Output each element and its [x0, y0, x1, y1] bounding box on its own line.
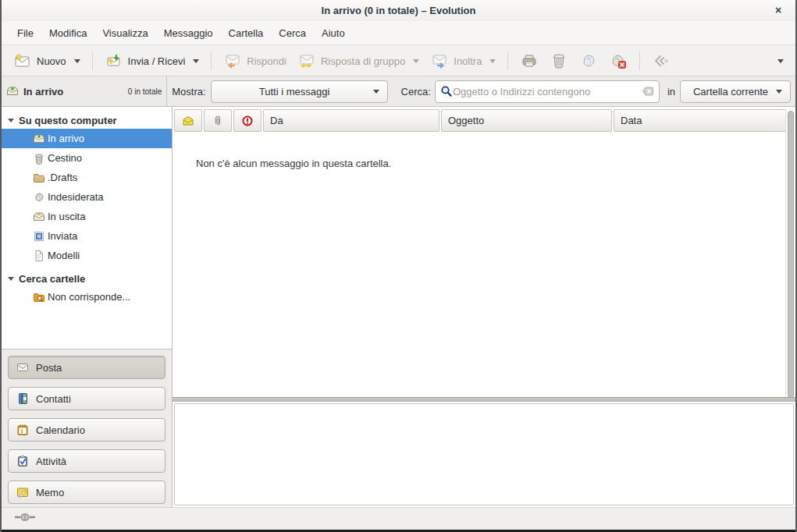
menu-aiuto[interactable]: Aiuto [314, 23, 353, 43]
expander-icon[interactable] [8, 119, 14, 122]
previous-message-button[interactable] [646, 48, 676, 73]
switcher-mail-button[interactable]: Posta [8, 356, 165, 379]
titlebar: In arrivo (0 in totale) – Evolution × [2, 0, 795, 21]
send-receive-button[interactable]: Invia / Ricevi [99, 48, 205, 73]
sidebar-item-indesiderata[interactable]: Indesiderata [2, 187, 172, 207]
delete-button[interactable] [544, 48, 574, 73]
show-filter-dropdown[interactable]: Tutti i messaggi [211, 80, 388, 103]
window-title: In arrivo (0 in totale) – Evolution [322, 5, 476, 16]
read-status-icon [182, 115, 194, 127]
tree-section-local[interactable]: Su questo computer [2, 112, 172, 129]
previous-message-icon [652, 51, 671, 70]
not-junk-button[interactable] [603, 48, 633, 73]
chevron-down-icon [776, 90, 782, 94]
junk-icon [579, 51, 598, 70]
forward-icon [430, 51, 449, 70]
switcher-memo-button[interactable]: Memo [8, 481, 165, 504]
column-from[interactable]: Da [263, 109, 439, 132]
column-subject[interactable]: Oggetto [441, 109, 612, 132]
folder-label: In arrivo [48, 133, 84, 144]
send-receive-dropdown-icon[interactable] [193, 59, 199, 63]
sidebar-item-non-corrisponde[interactable]: Non corrisponde... [2, 287, 172, 307]
send-receive-icon [105, 51, 123, 70]
folder-label: Indesiderata [48, 191, 104, 203]
group-reply-button[interactable]: Risposta di gruppo [292, 48, 425, 73]
menu-cerca[interactable]: Cerca [271, 23, 314, 43]
print-button[interactable] [514, 48, 544, 73]
in-label: in [667, 86, 675, 98]
chevron-down-icon [373, 90, 379, 94]
reply-label: Rispondi [247, 55, 286, 67]
close-icon[interactable]: × [770, 3, 786, 19]
filter-bar: In arrivo 0 in totale Mostra: Tutti i me… [2, 76, 795, 107]
switcher-calendar-button[interactable]: 3 Calendario [8, 418, 165, 442]
new-button[interactable]: Nuovo [8, 48, 86, 73]
new-dropdown-icon[interactable] [74, 59, 80, 63]
reply-button[interactable]: Rispondi [218, 48, 292, 73]
empty-folder-message: Non c'è alcun messaggio in questa cartel… [196, 158, 391, 169]
tree-section-label: Su questo computer [19, 115, 117, 126]
search-input[interactable] [453, 86, 642, 98]
column-date[interactable]: Data [614, 109, 787, 132]
folder-icon [33, 172, 45, 184]
preview-splitter[interactable] [173, 397, 795, 402]
menu-file[interactable]: File [9, 23, 41, 43]
search-scope-dropdown[interactable]: Cartella corrente [680, 80, 791, 103]
toolbar: Nuovo Invia / Ricevi Rispondi Risposta d… [2, 46, 795, 76]
clear-search-icon[interactable] [642, 85, 654, 98]
forward-dropdown-icon[interactable] [489, 59, 496, 63]
search-zone: Mostra: Tutti i messaggi Cerca: in Carte… [167, 76, 795, 106]
menu-modifica[interactable]: Modifica [41, 23, 94, 43]
switcher-tasks-button[interactable]: Attività [8, 449, 165, 473]
group-reply-dropdown-icon[interactable] [413, 59, 419, 63]
expander-icon[interactable] [8, 277, 14, 281]
contacts-icon [16, 392, 29, 405]
search-entry [435, 80, 660, 103]
attachment-icon [212, 115, 224, 127]
folder-label: Modelli [48, 250, 80, 261]
print-icon [520, 51, 539, 70]
menu-visualizza[interactable]: Visualizza [94, 23, 155, 43]
sent-icon [33, 230, 45, 243]
search-folder-icon [33, 291, 45, 303]
menu-messaggio[interactable]: Messaggio [156, 23, 221, 43]
inbox-icon [6, 85, 19, 98]
tree-section-label: Cerca cartelle [19, 273, 85, 285]
folder-header: In arrivo 0 in totale [2, 76, 167, 106]
new-mail-icon [13, 51, 32, 70]
column-priority[interactable] [233, 109, 262, 132]
evolution-window: In arrivo (0 in totale) – Evolution × Fi… [0, 0, 797, 532]
group-reply-label: Risposta di gruppo [321, 55, 405, 67]
tree-section-search-folders[interactable]: Cerca cartelle [2, 270, 172, 287]
tasks-icon [16, 455, 29, 467]
sidebar-item-cestino[interactable]: Cestino [2, 148, 172, 168]
column-date-label: Data [621, 115, 642, 126]
main-area: Su questo computer In arrivo Cestino [2, 107, 795, 507]
menu-cartella[interactable]: Cartella [221, 23, 272, 43]
junk-button[interactable] [574, 48, 603, 73]
priority-icon [241, 115, 254, 127]
scrollbar-thumb[interactable] [788, 111, 794, 398]
overflow-menu-icon [777, 59, 784, 63]
folder-label: In uscita [48, 211, 85, 222]
switcher-contacts-button[interactable]: Contatti [8, 387, 165, 410]
outbox-icon [33, 211, 45, 223]
toolbar-overflow-button[interactable] [769, 56, 789, 66]
search-scope-value: Cartella corrente [688, 86, 773, 98]
show-filter-value: Tutti i messaggi [219, 86, 370, 98]
column-read-status[interactable] [174, 109, 202, 132]
sidebar-item-inviata[interactable]: Inviata [2, 226, 172, 246]
sidebar-item-drafts[interactable]: .Drafts [2, 168, 172, 187]
column-from-label: Da [270, 115, 283, 126]
message-list-scrollbar[interactable] [785, 109, 795, 399]
new-button-label: Nuovo [37, 55, 66, 67]
sidebar-item-modelli[interactable]: Modelli [2, 246, 172, 265]
column-attachment[interactable] [204, 109, 232, 132]
switcher-label: Attività [36, 456, 66, 467]
online-plug-icon[interactable] [14, 512, 36, 526]
forward-button[interactable]: Inoltra [425, 48, 501, 73]
menubar: File Modifica Visualizza Messaggio Carte… [2, 21, 795, 45]
column-subject-label: Oggetto [448, 115, 484, 126]
sidebar-item-in-arrivo[interactable]: In arrivo [2, 129, 172, 148]
sidebar-item-in-uscita[interactable]: In uscita [2, 207, 172, 226]
